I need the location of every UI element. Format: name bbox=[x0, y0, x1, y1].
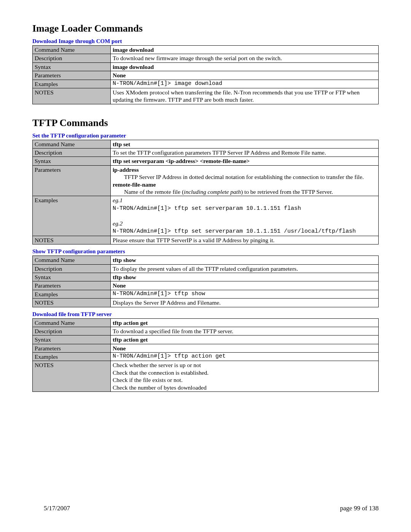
label-command-name: Command Name bbox=[33, 46, 111, 54]
label-examples: Examples bbox=[33, 290, 111, 298]
table-image-download: Command Name image download Description … bbox=[32, 45, 379, 104]
notes-line4: Check the number of bytes downloaded bbox=[113, 384, 207, 391]
notes-line1: Check whether the server is up or not bbox=[113, 362, 201, 368]
value-description: To set the TFTP configuration parameters… bbox=[111, 149, 379, 157]
value-syntax: tftp action get bbox=[111, 335, 379, 344]
value-notes: Displays the Server IP Address and Filen… bbox=[111, 299, 379, 307]
label-parameters: Parameters bbox=[33, 281, 111, 290]
eg2-code: N-TRON/Admin#[1]> tftp set serverparam 1… bbox=[113, 228, 356, 235]
footer-page: page 99 of 138 bbox=[340, 505, 379, 512]
param-file-desc: Name of the remote file (including compl… bbox=[113, 188, 333, 195]
value-description: To download a specified file from the TF… bbox=[111, 327, 379, 335]
label-description: Description bbox=[33, 264, 111, 273]
link-set-tftp-param[interactable]: Set the TFTP configuration parameter bbox=[32, 133, 379, 139]
value-description: To download new firmware image through t… bbox=[111, 54, 379, 62]
eg1-label: eg.1 bbox=[113, 197, 123, 203]
label-description: Description bbox=[33, 327, 111, 335]
param-ip-title: ip-address bbox=[113, 166, 139, 173]
heading-image-loader: Image Loader Commands bbox=[32, 23, 379, 34]
value-parameters: None bbox=[111, 71, 379, 80]
value-description: To display the present values of all the… bbox=[111, 264, 379, 273]
value-command-name: tftp action get bbox=[111, 318, 379, 327]
label-parameters: Parameters bbox=[33, 344, 111, 352]
table-tftp-show: Command Name tftp show Description To di… bbox=[32, 256, 379, 307]
notes-line2: Check that the connection is established… bbox=[113, 369, 209, 376]
label-notes: NOTES bbox=[33, 361, 111, 392]
label-syntax: Syntax bbox=[33, 273, 111, 281]
link-download-image-com[interactable]: Download Image through COM port bbox=[32, 38, 379, 45]
label-description: Description bbox=[33, 54, 111, 62]
param-file-title: remote-file-name bbox=[113, 181, 156, 188]
eg1-code: N-TRON/Admin#[1]> tftp set serverparam 1… bbox=[113, 205, 301, 212]
link-show-tftp-param[interactable]: Show TFTP configuration parameters bbox=[32, 248, 379, 255]
eg2-label: eg.2 bbox=[113, 220, 123, 227]
value-notes: Check whether the server is up or not Ch… bbox=[111, 361, 379, 392]
label-examples: Examples bbox=[33, 196, 111, 236]
label-examples: Examples bbox=[33, 80, 111, 88]
value-command-name: tftp set bbox=[111, 140, 379, 148]
heading-tftp: TFTP Commands bbox=[32, 117, 379, 129]
value-examples: eg.1 N-TRON/Admin#[1]> tftp set serverpa… bbox=[111, 196, 379, 236]
label-syntax: Syntax bbox=[33, 335, 111, 344]
param-ip-desc: TFTP Server IP Address in dotted decimal… bbox=[113, 173, 364, 181]
value-syntax: tftp show bbox=[111, 273, 379, 281]
value-parameters: None bbox=[111, 344, 379, 352]
value-notes: Please ensure that TFTP ServerIP is a va… bbox=[111, 236, 379, 244]
label-syntax: Syntax bbox=[33, 157, 111, 165]
table-tftp-set: Command Name tftp set Description To set… bbox=[32, 140, 379, 245]
label-description: Description bbox=[33, 149, 111, 157]
value-syntax: image download bbox=[111, 62, 379, 71]
label-parameters: Parameters bbox=[33, 71, 111, 80]
footer-date: 5/17/2007 bbox=[44, 505, 70, 512]
label-examples: Examples bbox=[33, 353, 111, 361]
table-tftp-get: Command Name tftp action get Description… bbox=[32, 318, 379, 392]
footer: 5/17/2007 page 99 of 138 bbox=[0, 505, 411, 512]
value-examples: N-TRON/Admin#[1]> tftp show bbox=[111, 290, 379, 298]
label-notes: NOTES bbox=[33, 236, 111, 244]
value-examples: N-TRON/Admin#[1]> image download bbox=[111, 80, 379, 88]
value-examples: N-TRON/Admin#[1]> tftp action get bbox=[111, 353, 379, 361]
label-command-name: Command Name bbox=[33, 140, 111, 148]
label-parameters: Parameters bbox=[33, 165, 111, 196]
label-syntax: Syntax bbox=[33, 62, 111, 71]
label-notes: NOTES bbox=[33, 299, 111, 307]
notes-line3: Check if the file exists or not. bbox=[113, 377, 183, 383]
value-command-name: tftp show bbox=[111, 256, 379, 264]
value-parameters: None bbox=[111, 281, 379, 290]
value-notes: Uses XModem protocol when transferring t… bbox=[111, 88, 379, 104]
label-notes: NOTES bbox=[33, 88, 111, 104]
label-command-name: Command Name bbox=[33, 318, 111, 327]
value-syntax: tftp set serverparam <ip-address> <remot… bbox=[111, 157, 379, 165]
value-parameters: ip-address TFTP Server IP Address in dot… bbox=[111, 165, 379, 196]
label-command-name: Command Name bbox=[33, 256, 111, 264]
value-command-name: image download bbox=[111, 46, 379, 54]
link-download-tftp[interactable]: Download file from TFTP server bbox=[32, 311, 379, 318]
